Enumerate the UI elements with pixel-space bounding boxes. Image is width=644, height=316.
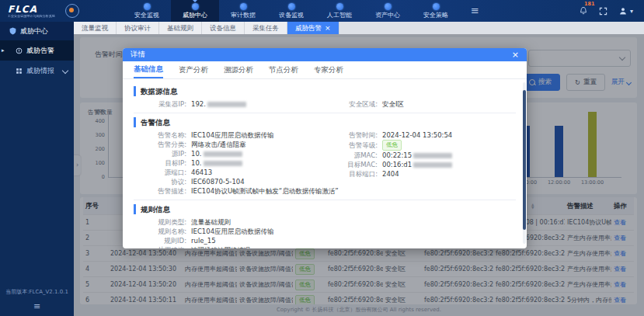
intel-grid-icon [16, 68, 23, 75]
nav-label: 安全策略 [423, 11, 448, 19]
nav-label: 人工智能 [327, 11, 352, 19]
nav-item-security-policy[interactable]: 安全策略 [412, 0, 460, 22]
severity-badge: 低危 [382, 140, 402, 151]
logo-emblem-icon [65, 4, 79, 18]
field-label: 采集器IP: [134, 99, 186, 109]
user-menu[interactable]: ▾ [618, 6, 633, 16]
field-label: 源端口: [134, 168, 186, 177]
field-value: 网络攻击/通信阻塞 [191, 140, 246, 149]
tab-basic-rules[interactable]: 基础规则 [159, 22, 202, 34]
field-label: 告警时间: [325, 130, 378, 140]
modal-tab-asset-analysis[interactable]: 资产分析 [179, 61, 208, 78]
field-row: 告警等级:低危 [325, 140, 516, 151]
modal-tab-expert-analysis[interactable]: 专家分析 [314, 61, 343, 78]
modal-scrollbar[interactable] [523, 82, 526, 244]
field-value: IEC104协议U帧测试帧中触发“启动数据传输激活” [191, 186, 339, 196]
modal-tab-basic-info[interactable]: 基础信息 [134, 61, 163, 78]
app-screen: FLCA 工业安全监测审计与风险分析系统 安全监视 威胁中心 审计数据 设备监视… [0, 0, 644, 316]
tab-label: 威胁告警 [295, 22, 322, 34]
field-label: 协议: [134, 177, 186, 186]
logo-title: FLCA [8, 5, 61, 14]
sidebar-group-threat-center[interactable]: 威胁中心 [0, 22, 74, 40]
app-logo: FLCA 工业安全监测审计与风险分析系统 [0, 4, 123, 18]
datasource-fields: 采集器IP:192. 安全区域:安全Ⅰ区 [134, 99, 516, 109]
field-value: 10. [191, 158, 202, 168]
asset-center-icon [385, 3, 392, 10]
field-row: 告警名称:IEC104应用层启动数据传输 [134, 130, 325, 140]
notification-badge: 181 [584, 1, 595, 7]
modal-tab-node-analysis[interactable]: 节点分析 [269, 61, 298, 78]
tab-label: 设备信息 [210, 24, 236, 32]
sidebar-item-threat-alert[interactable]: ▸ 威胁告警 [0, 40, 74, 61]
nav-item-security-monitor[interactable]: 安全监视 [123, 0, 171, 22]
alert-info-fields: 告警名称:IEC104应用层启动数据传输告警分类:网络攻击/通信阻塞源IP:10… [134, 130, 516, 196]
active-arrow-icon: ▸ [2, 47, 5, 54]
field-label: 源IP: [134, 149, 186, 158]
nav-item-ai[interactable]: 人工智能 [315, 0, 364, 22]
field-row: 目标端口:2404 [325, 169, 516, 179]
tab-device-info[interactable]: 设备信息 [202, 22, 245, 34]
field-label: 目标MAC: [325, 160, 378, 169]
tab-threat-alert[interactable]: 威胁告警 × [287, 22, 339, 34]
sidebar-collapse-icon[interactable]: ≡ [0, 301, 74, 311]
fullscreen-icon[interactable] [599, 7, 607, 16]
field-value: 10. [191, 149, 202, 158]
security-policy-icon [433, 3, 440, 10]
shield-icon [9, 27, 16, 35]
tab-label: 协议审计 [124, 24, 151, 32]
page-tabbar: 流量监视 协议审计 基础规则 设备信息 采集任务 威胁告警 × [74, 22, 644, 34]
nav-label: 设备监视 [279, 11, 304, 19]
sidebar-group-label: 威胁中心 [20, 26, 48, 36]
tab-protocol-audit[interactable]: 协议审计 [117, 22, 159, 34]
field-row: 安全区域:安全Ⅰ区 [325, 99, 516, 109]
nav-item-device-monitor[interactable]: 设备监视 [267, 0, 315, 22]
field-row: 源端口:46413 [134, 168, 325, 177]
sidebar-item-threat-intel[interactable]: 威胁情报 [0, 61, 74, 81]
close-tab-icon[interactable]: × [325, 22, 331, 34]
notification-bell[interactable]: 181 [579, 6, 588, 16]
field-label: 目标IP: [134, 158, 186, 168]
scrollbar-thumb[interactable] [523, 90, 526, 230]
field-row: 协议:IEC60870-5-104 [134, 177, 325, 186]
nav-item-threat-center[interactable]: 威胁中心 [171, 0, 219, 22]
field-row: 目标MAC:00:16:d1 [325, 160, 516, 169]
field-row: 处置建议:请现场确认网络情况 [134, 245, 516, 248]
tab-label: 基础规则 [167, 24, 193, 32]
close-icon[interactable]: × [512, 50, 519, 60]
field-row: 源IP:10. [134, 149, 325, 158]
nav-item-audit-data[interactable]: 审计数据 [219, 0, 267, 22]
menu-hamburger-icon[interactable]: ≡ [471, 0, 479, 22]
threat-center-icon [192, 3, 199, 10]
tab-collect-task[interactable]: 采集任务 [245, 22, 287, 34]
chevron-down-icon [62, 68, 68, 74]
divider [134, 113, 516, 113]
security-monitor-icon [144, 3, 151, 10]
tab-label: 流量监视 [82, 24, 108, 32]
section-title-rule-info: 规则信息 [134, 204, 516, 214]
field-value: IEC60870-5-104 [191, 177, 245, 186]
redacted-value [413, 153, 452, 158]
redacted-value [204, 151, 242, 157]
tab-traffic-monitor[interactable]: 流量监视 [74, 22, 117, 34]
rule-info-fields: 规则类型:流量基础规则规则名称:IEC104应用层启动数据传输规则ID:rule… [134, 217, 516, 248]
field-value: 00:16:d1 [382, 160, 412, 169]
field-value: 流量基础规则 [191, 217, 231, 227]
field-label: 告警名称: [134, 130, 186, 140]
audit-data-icon [240, 3, 247, 10]
modal-tab-trace-analysis[interactable]: 溯源分析 [224, 61, 253, 78]
field-value: 请现场确认网络情况 [191, 245, 251, 248]
field-row: 源MAC:00:22:15 [325, 151, 516, 160]
redacted-value [204, 161, 242, 166]
field-row: 规则类型:流量基础规则 [134, 217, 516, 227]
sidebar-item-label: 威胁情报 [26, 66, 54, 76]
nav-item-asset-center[interactable]: 资产中心 [364, 0, 412, 22]
modal-body: 数据源信息 采集器IP:192. 安全区域:安全Ⅰ区 告警信息 告警名称:IEC… [123, 79, 527, 248]
user-caret-icon: ▾ [630, 8, 633, 15]
tab-label: 采集任务 [252, 24, 279, 32]
field-label: 规则ID: [134, 236, 186, 245]
divider [134, 200, 516, 200]
field-value: 2404 [382, 169, 399, 179]
field-value: IEC104应用层启动数据传输 [191, 130, 274, 140]
alert-icon [16, 47, 23, 54]
field-label: 目标端口: [325, 169, 378, 179]
